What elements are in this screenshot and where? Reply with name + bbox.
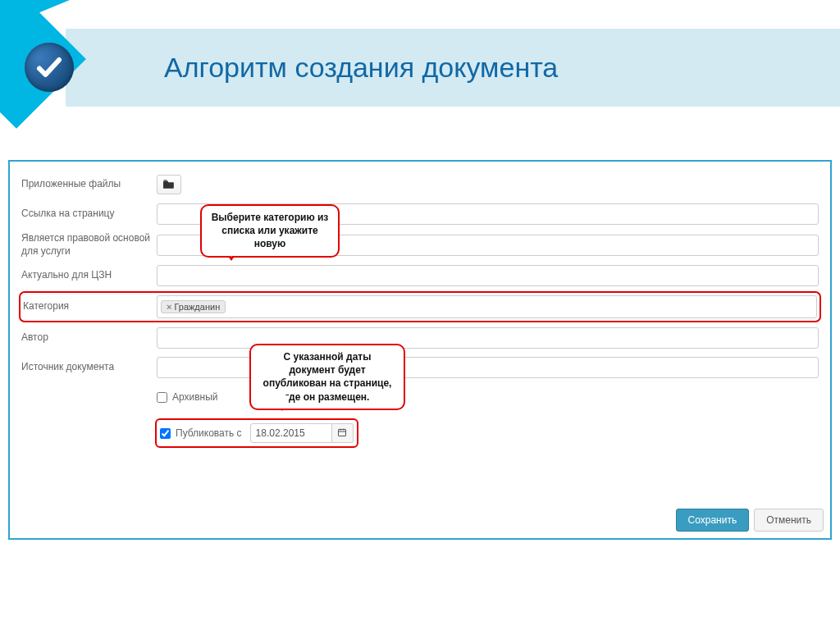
save-button[interactable]: Сохранить: [676, 509, 750, 532]
label-category: Категория: [21, 300, 157, 313]
archive-label: Архивный: [172, 391, 218, 403]
publish-label: Публиковать с: [176, 427, 242, 439]
category-input[interactable]: × Гражданин: [157, 295, 817, 318]
row-publish: Публиковать с: [21, 420, 819, 446]
row-attached-files: Приложенные файлы: [21, 173, 819, 196]
row-czn: Актуально для ЦЗН: [21, 264, 819, 287]
row-page-link: Ссылка на страницу: [21, 203, 819, 226]
cancel-button[interactable]: Отменить: [754, 509, 824, 532]
callout-category-text: Выберите категорию из списка или укажите…: [212, 212, 329, 249]
publish-date-input[interactable]: [250, 423, 332, 443]
row-source: Источник документа: [21, 356, 819, 379]
label-legal-basis: Является правовой основой для услуги: [21, 232, 157, 258]
label-czn: Актуально для ЦЗН: [21, 269, 157, 282]
row-legal-basis: Является правовой основой для услуги: [21, 232, 819, 258]
title-strip: Алгоритм создания документа: [66, 29, 840, 107]
header-badge: [0, 0, 131, 131]
row-category: Категория × Гражданин: [21, 294, 819, 320]
row-archive: Архивный: [21, 386, 819, 409]
label-page-link: Ссылка на страницу: [21, 208, 157, 221]
folder-icon: [163, 179, 175, 191]
file-browse-button[interactable]: [157, 175, 181, 194]
publish-checkbox[interactable]: [160, 428, 171, 439]
czn-input[interactable]: [157, 265, 819, 286]
label-source: Источник документа: [21, 361, 157, 374]
page-title: Алгоритм создания документа: [164, 52, 558, 84]
callout-category: Выберите категорию из списка или укажите…: [200, 204, 340, 258]
form-panel: Приложенные файлы Ссылка на страницу Явл…: [8, 160, 832, 540]
calendar-icon: [337, 427, 347, 439]
svg-rect-0: [339, 430, 346, 436]
remove-tag-icon[interactable]: ×: [167, 302, 171, 312]
calendar-button[interactable]: [332, 423, 354, 443]
tag-label: Гражданин: [174, 302, 220, 312]
publish-checkbox-group[interactable]: Публиковать с: [160, 427, 242, 439]
label-attached-files: Приложенные файлы: [21, 178, 157, 191]
category-tag[interactable]: × Гражданин: [161, 300, 226, 313]
publish-block: Публиковать с: [157, 420, 357, 446]
callout-publish: С указанной даты документ будет опублико…: [249, 344, 405, 410]
action-buttons: Сохранить Отменить: [676, 509, 824, 532]
label-author: Автор: [21, 331, 157, 345]
archive-checkbox[interactable]: [157, 392, 167, 403]
check-icon: [25, 43, 74, 92]
row-author: Автор: [21, 326, 819, 349]
